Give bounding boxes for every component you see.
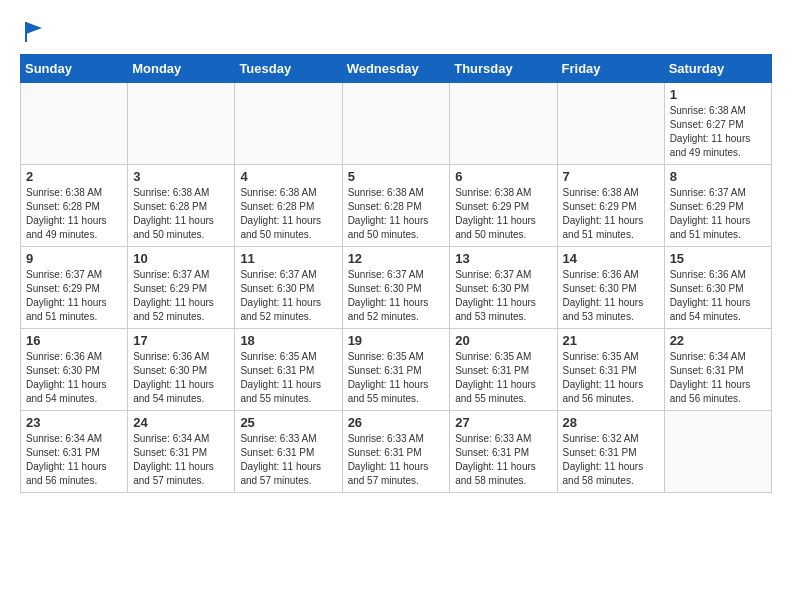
day-info: Sunrise: 6:33 AM Sunset: 6:31 PM Dayligh…	[240, 432, 336, 488]
day-number: 23	[26, 415, 122, 430]
day-info: Sunrise: 6:35 AM Sunset: 6:31 PM Dayligh…	[240, 350, 336, 406]
calendar-cell: 26Sunrise: 6:33 AM Sunset: 6:31 PM Dayli…	[342, 411, 450, 493]
calendar-cell: 4Sunrise: 6:38 AM Sunset: 6:28 PM Daylig…	[235, 165, 342, 247]
calendar-cell: 16Sunrise: 6:36 AM Sunset: 6:30 PM Dayli…	[21, 329, 128, 411]
day-info: Sunrise: 6:37 AM Sunset: 6:29 PM Dayligh…	[133, 268, 229, 324]
calendar-cell: 17Sunrise: 6:36 AM Sunset: 6:30 PM Dayli…	[128, 329, 235, 411]
day-info: Sunrise: 6:37 AM Sunset: 6:30 PM Dayligh…	[240, 268, 336, 324]
day-info: Sunrise: 6:34 AM Sunset: 6:31 PM Dayligh…	[133, 432, 229, 488]
svg-rect-1	[25, 22, 27, 42]
day-info: Sunrise: 6:34 AM Sunset: 6:31 PM Dayligh…	[26, 432, 122, 488]
day-number: 21	[563, 333, 659, 348]
calendar-cell: 6Sunrise: 6:38 AM Sunset: 6:29 PM Daylig…	[450, 165, 557, 247]
calendar-cell	[557, 83, 664, 165]
day-number: 8	[670, 169, 766, 184]
header	[20, 20, 772, 44]
weekday-header: Saturday	[664, 55, 771, 83]
calendar-week-row: 9Sunrise: 6:37 AM Sunset: 6:29 PM Daylig…	[21, 247, 772, 329]
calendar-cell: 15Sunrise: 6:36 AM Sunset: 6:30 PM Dayli…	[664, 247, 771, 329]
day-number: 14	[563, 251, 659, 266]
day-info: Sunrise: 6:38 AM Sunset: 6:29 PM Dayligh…	[455, 186, 551, 242]
day-info: Sunrise: 6:35 AM Sunset: 6:31 PM Dayligh…	[563, 350, 659, 406]
day-number: 22	[670, 333, 766, 348]
calendar-cell: 28Sunrise: 6:32 AM Sunset: 6:31 PM Dayli…	[557, 411, 664, 493]
day-number: 13	[455, 251, 551, 266]
calendar-cell	[664, 411, 771, 493]
weekday-header: Tuesday	[235, 55, 342, 83]
day-number: 10	[133, 251, 229, 266]
calendar-cell: 24Sunrise: 6:34 AM Sunset: 6:31 PM Dayli…	[128, 411, 235, 493]
day-number: 6	[455, 169, 551, 184]
day-info: Sunrise: 6:36 AM Sunset: 6:30 PM Dayligh…	[133, 350, 229, 406]
calendar-cell: 20Sunrise: 6:35 AM Sunset: 6:31 PM Dayli…	[450, 329, 557, 411]
weekday-header: Wednesday	[342, 55, 450, 83]
day-number: 5	[348, 169, 445, 184]
day-info: Sunrise: 6:36 AM Sunset: 6:30 PM Dayligh…	[670, 268, 766, 324]
calendar-cell: 25Sunrise: 6:33 AM Sunset: 6:31 PM Dayli…	[235, 411, 342, 493]
weekday-header: Thursday	[450, 55, 557, 83]
day-info: Sunrise: 6:38 AM Sunset: 6:28 PM Dayligh…	[133, 186, 229, 242]
svg-marker-0	[26, 22, 42, 34]
day-info: Sunrise: 6:35 AM Sunset: 6:31 PM Dayligh…	[455, 350, 551, 406]
calendar-cell: 23Sunrise: 6:34 AM Sunset: 6:31 PM Dayli…	[21, 411, 128, 493]
day-info: Sunrise: 6:33 AM Sunset: 6:31 PM Dayligh…	[455, 432, 551, 488]
day-info: Sunrise: 6:38 AM Sunset: 6:27 PM Dayligh…	[670, 104, 766, 160]
calendar-cell: 10Sunrise: 6:37 AM Sunset: 6:29 PM Dayli…	[128, 247, 235, 329]
day-number: 15	[670, 251, 766, 266]
calendar-cell: 9Sunrise: 6:37 AM Sunset: 6:29 PM Daylig…	[21, 247, 128, 329]
calendar-cell	[128, 83, 235, 165]
day-info: Sunrise: 6:38 AM Sunset: 6:29 PM Dayligh…	[563, 186, 659, 242]
day-number: 2	[26, 169, 122, 184]
calendar-cell: 3Sunrise: 6:38 AM Sunset: 6:28 PM Daylig…	[128, 165, 235, 247]
day-number: 24	[133, 415, 229, 430]
calendar-cell: 22Sunrise: 6:34 AM Sunset: 6:31 PM Dayli…	[664, 329, 771, 411]
calendar-week-row: 23Sunrise: 6:34 AM Sunset: 6:31 PM Dayli…	[21, 411, 772, 493]
weekday-header: Monday	[128, 55, 235, 83]
day-number: 26	[348, 415, 445, 430]
calendar-cell: 21Sunrise: 6:35 AM Sunset: 6:31 PM Dayli…	[557, 329, 664, 411]
calendar-cell: 1Sunrise: 6:38 AM Sunset: 6:27 PM Daylig…	[664, 83, 771, 165]
day-number: 16	[26, 333, 122, 348]
calendar-week-row: 1Sunrise: 6:38 AM Sunset: 6:27 PM Daylig…	[21, 83, 772, 165]
day-info: Sunrise: 6:37 AM Sunset: 6:30 PM Dayligh…	[348, 268, 445, 324]
day-info: Sunrise: 6:33 AM Sunset: 6:31 PM Dayligh…	[348, 432, 445, 488]
calendar-cell: 19Sunrise: 6:35 AM Sunset: 6:31 PM Dayli…	[342, 329, 450, 411]
calendar-cell: 14Sunrise: 6:36 AM Sunset: 6:30 PM Dayli…	[557, 247, 664, 329]
day-number: 4	[240, 169, 336, 184]
calendar-cell: 18Sunrise: 6:35 AM Sunset: 6:31 PM Dayli…	[235, 329, 342, 411]
day-info: Sunrise: 6:38 AM Sunset: 6:28 PM Dayligh…	[26, 186, 122, 242]
day-number: 3	[133, 169, 229, 184]
day-number: 11	[240, 251, 336, 266]
calendar-cell: 13Sunrise: 6:37 AM Sunset: 6:30 PM Dayli…	[450, 247, 557, 329]
calendar-cell: 2Sunrise: 6:38 AM Sunset: 6:28 PM Daylig…	[21, 165, 128, 247]
day-info: Sunrise: 6:35 AM Sunset: 6:31 PM Dayligh…	[348, 350, 445, 406]
day-info: Sunrise: 6:37 AM Sunset: 6:30 PM Dayligh…	[455, 268, 551, 324]
day-info: Sunrise: 6:34 AM Sunset: 6:31 PM Dayligh…	[670, 350, 766, 406]
calendar-cell	[235, 83, 342, 165]
day-number: 20	[455, 333, 551, 348]
day-number: 19	[348, 333, 445, 348]
weekday-header: Friday	[557, 55, 664, 83]
day-number: 28	[563, 415, 659, 430]
day-info: Sunrise: 6:37 AM Sunset: 6:29 PM Dayligh…	[26, 268, 122, 324]
calendar-cell: 8Sunrise: 6:37 AM Sunset: 6:29 PM Daylig…	[664, 165, 771, 247]
day-number: 17	[133, 333, 229, 348]
day-info: Sunrise: 6:32 AM Sunset: 6:31 PM Dayligh…	[563, 432, 659, 488]
day-info: Sunrise: 6:38 AM Sunset: 6:28 PM Dayligh…	[240, 186, 336, 242]
day-number: 9	[26, 251, 122, 266]
calendar-cell	[21, 83, 128, 165]
day-number: 1	[670, 87, 766, 102]
calendar-cell: 7Sunrise: 6:38 AM Sunset: 6:29 PM Daylig…	[557, 165, 664, 247]
day-info: Sunrise: 6:38 AM Sunset: 6:28 PM Dayligh…	[348, 186, 445, 242]
day-number: 7	[563, 169, 659, 184]
calendar-week-row: 2Sunrise: 6:38 AM Sunset: 6:28 PM Daylig…	[21, 165, 772, 247]
day-info: Sunrise: 6:37 AM Sunset: 6:29 PM Dayligh…	[670, 186, 766, 242]
day-number: 12	[348, 251, 445, 266]
calendar-week-row: 16Sunrise: 6:36 AM Sunset: 6:30 PM Dayli…	[21, 329, 772, 411]
calendar-table: SundayMondayTuesdayWednesdayThursdayFrid…	[20, 54, 772, 493]
calendar-header-row: SundayMondayTuesdayWednesdayThursdayFrid…	[21, 55, 772, 83]
day-number: 25	[240, 415, 336, 430]
day-number: 27	[455, 415, 551, 430]
logo	[20, 20, 46, 44]
calendar-cell: 12Sunrise: 6:37 AM Sunset: 6:30 PM Dayli…	[342, 247, 450, 329]
